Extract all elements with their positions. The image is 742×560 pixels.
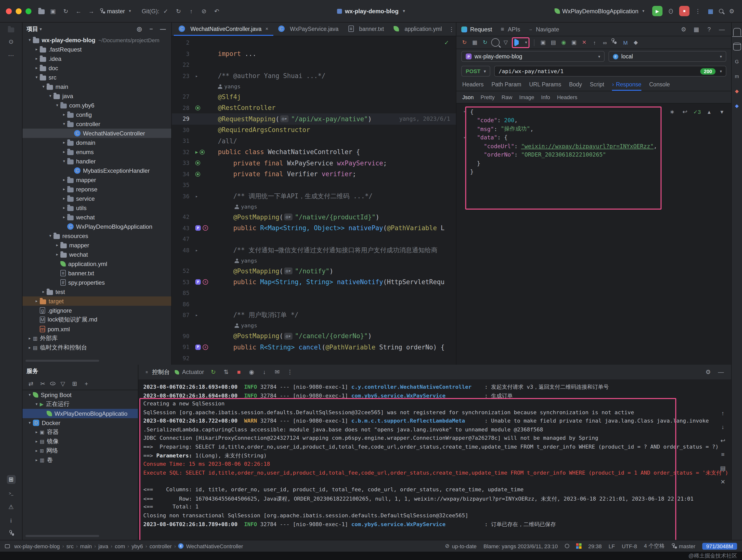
response-line[interactable]: } <box>457 159 731 168</box>
zoom-window-button[interactable] <box>25 8 32 14</box>
code-line[interactable]: 29@RequestMapping(◎▾"/api/wx-pay/native"… <box>172 113 456 124</box>
refresh-icon[interactable]: ↻ <box>481 38 489 47</box>
markdown-icon[interactable]: M <box>621 38 630 47</box>
chevron-open-icon[interactable]: ▾ <box>33 75 40 80</box>
breadcrumb-item[interactable]: main <box>80 543 92 549</box>
hide-panel-icon[interactable]: — <box>718 25 726 34</box>
tree-item[interactable]: ▸domain <box>22 138 171 147</box>
tree-item[interactable]: ▾controller <box>22 119 171 129</box>
tab-request[interactable]: Request <box>461 26 492 33</box>
status-badge[interactable]: 200 <box>700 68 716 74</box>
record-icon[interactable]: ◉ <box>560 38 568 47</box>
search-everywhere-icon[interactable] <box>719 9 723 13</box>
breadcrumb-item[interactable]: src <box>66 543 73 549</box>
tree-item[interactable]: ≡banner.txt <box>22 268 171 278</box>
breadcrumb-item[interactable]: controller <box>149 543 172 549</box>
save-icon[interactable]: ▣ <box>539 38 547 47</box>
open-recent-icon[interactable] <box>38 9 45 14</box>
help-icon[interactable]: ? <box>705 25 713 34</box>
line-separator[interactable]: LF <box>608 543 615 549</box>
actuator-tab[interactable]: Actuator <box>175 369 204 375</box>
window-title[interactable]: wx-play-demo-blog ▾ <box>337 8 405 14</box>
git-menu-label[interactable]: Git(G): <box>142 8 159 14</box>
response-line[interactable]: "code": 200, <box>457 116 731 125</box>
format-tab-pretty[interactable]: Pretty <box>481 94 495 100</box>
tree-item[interactable]: ▸doc <box>22 63 171 72</box>
generate-request-icon[interactable]: + <box>203 279 208 285</box>
console-line[interactable]: <== Columns: id, title, order_no, user_i… <box>143 487 731 495</box>
services-tool-icon[interactable]: ⊞ <box>7 475 15 484</box>
horizontal-scrollbar[interactable] <box>25 535 99 537</box>
hide-panel-icon[interactable]: — <box>717 368 725 376</box>
response-line[interactable]: "orderNo": "ORDER_20230618222100265" <box>457 150 731 159</box>
tree-item[interactable]: ▾▶正在运行 <box>22 400 138 409</box>
spring-bean-icon[interactable] <box>195 105 200 110</box>
collection-icon[interactable]: ▦ <box>471 38 479 47</box>
layers-icon[interactable]: ▤ <box>549 38 558 47</box>
branch-icon[interactable] <box>611 38 619 47</box>
scroll-up-icon[interactable]: ↑ <box>719 409 727 418</box>
gradle-icon[interactable]: G <box>733 57 741 65</box>
request-tab-url-params[interactable]: URL Params <box>529 79 561 91</box>
tree-item[interactable]: ▾com.yby6 <box>22 101 171 110</box>
tree-item[interactable]: ▾DDocker <box>22 418 138 427</box>
chevron-closed-icon[interactable]: ▸ <box>61 150 67 154</box>
todo-tool-icon[interactable]: i <box>7 516 15 525</box>
git-branch[interactable]: master <box>672 543 695 549</box>
debug-button[interactable] <box>667 7 675 15</box>
request-tab-console[interactable]: Console <box>649 79 670 91</box>
filter-icon[interactable]: ▽ <box>501 38 510 47</box>
code-line[interactable]: 36▸ /** 调用统一下单API，生成支付二维码 ...*/ <box>172 191 456 202</box>
horizontal-scrollbar[interactable] <box>25 360 99 362</box>
tree-item[interactable]: CWechatNativeController <box>22 129 171 138</box>
database-icon[interactable] <box>733 43 741 51</box>
chevron-closed-icon[interactable]: ▸ <box>61 178 67 182</box>
filter-icon[interactable]: ▽ <box>58 379 67 388</box>
format-icon[interactable]: ∗ <box>668 107 677 116</box>
ai-plugin-icon[interactable]: ◆ <box>733 102 741 109</box>
thread-dump-icon[interactable]: ⇅ <box>222 368 230 376</box>
console-line[interactable]: Creating a new SqlSession <box>143 401 731 409</box>
chevron-open-icon[interactable]: ▾ <box>47 234 53 238</box>
response-line[interactable]: ▾ "data": { <box>457 133 731 142</box>
code-line[interactable]: 3import ... <box>172 48 456 59</box>
fold-icon[interactable]: ▾ <box>463 110 470 114</box>
code-line[interactable]: 27@Slf4j <box>172 91 456 102</box>
update-project-icon[interactable]: ↻ <box>174 7 183 15</box>
chevron-open-icon[interactable]: ▾ <box>33 402 40 406</box>
send-request-icon[interactable] <box>514 38 523 47</box>
tree-item[interactable]: ▸▤镜像 <box>22 437 138 446</box>
link-icon[interactable]: ∞ <box>601 38 609 47</box>
console-line[interactable]: <== Row: 1670436455604506625, Java课程, OR… <box>143 495 731 504</box>
tree-item[interactable]: ▾src <box>22 72 171 82</box>
snapshot-icon[interactable]: ◉ <box>247 368 256 376</box>
run-class-icon[interactable]: ▶ <box>195 150 198 155</box>
response-line[interactable]: } <box>457 168 731 176</box>
console-line[interactable]: .SerializedLambda.capturingClass accessi… <box>143 426 731 435</box>
code-line[interactable]: 23▸/** @author Yang Shuai ...*/ <box>172 70 456 82</box>
fold-icon[interactable]: ▸ <box>195 194 198 199</box>
code-line[interactable]: 90 @PostMapping(◎▾"/cancel/{orderNo}") <box>172 330 456 342</box>
panel-gear-icon[interactable]: ⚙ <box>679 25 688 34</box>
tree-item[interactable]: application.yml <box>22 259 171 268</box>
problems-tool-icon[interactable]: ⚠ <box>7 503 15 511</box>
code-line[interactable]: 33 private final WxPayService wxPayServi… <box>172 158 456 168</box>
add-service-icon[interactable]: + <box>82 379 91 388</box>
locate-file-icon[interactable]: ◎ <box>135 24 144 33</box>
tab-navigate[interactable]: →Navigate <box>528 25 559 34</box>
fast-request-api-icon[interactable]: P <box>195 225 201 231</box>
delete-icon[interactable]: ✕ <box>580 38 588 47</box>
code-line[interactable]: 30@RequiredArgsConstructor <box>172 124 456 136</box>
spring-bean-icon[interactable] <box>195 161 200 166</box>
settings-icon[interactable]: ⚙ <box>727 7 736 15</box>
editor-tab[interactable]: CWxPayService.java <box>273 22 343 36</box>
breadcrumb-item[interactable]: wx-play-demo-blog <box>14 543 60 549</box>
collapse-all-icon[interactable]: − <box>147 24 156 33</box>
tab-options-icon[interactable]: ⋮ <box>447 25 456 34</box>
tree-item[interactable]: ▸wechat <box>22 250 171 259</box>
code-line[interactable]: 92 <box>172 353 456 364</box>
chevron-open-icon[interactable]: ▾ <box>26 38 33 42</box>
tree-item[interactable]: ▸config <box>22 110 171 119</box>
code-line[interactable]: 47 <box>172 234 456 245</box>
more-icon[interactable]: ⋮ <box>285 368 294 376</box>
